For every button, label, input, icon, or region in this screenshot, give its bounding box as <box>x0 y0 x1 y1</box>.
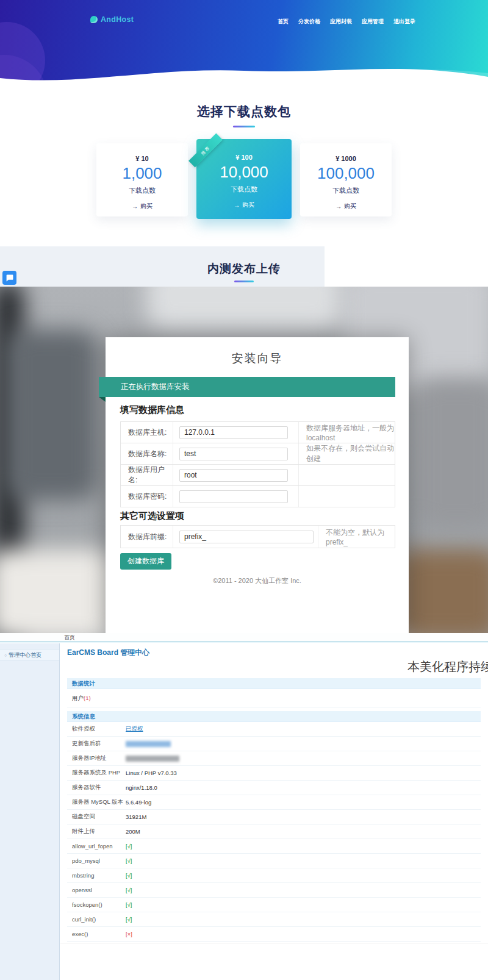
table-row: 附件上传200M <box>67 824 481 839</box>
field-label: 数据库前缀: <box>121 532 173 542</box>
form-row: 数据库密码: <box>120 486 395 507</box>
card-price: ¥ 10 <box>135 155 148 162</box>
user-count: (1) <box>84 695 91 701</box>
redacted-value <box>126 741 171 747</box>
divider <box>60 943 488 943</box>
field-hint: 数据库服务器地址，一般为 localhost <box>298 422 396 443</box>
pricing-card: ¥ 1000100,000下载点数→购买 <box>300 143 392 216</box>
sidebar-item-admin-home[interactable]: ○管理中心首页 <box>0 649 59 661</box>
install-wizard-modal: 安装向导 正在执行数据库安装 填写数据库信息 数据库主机:数据库服务器地址，一般… <box>106 337 409 633</box>
chat-icon <box>5 274 13 282</box>
table-row: 服务器IP地址 <box>67 751 481 766</box>
nav-item[interactable]: 应用封装 <box>330 18 352 26</box>
admin-heading: EarCMS Board 管理中心 <box>67 648 149 658</box>
sidebar-item-label: 管理中心首页 <box>9 652 41 658</box>
nav-item[interactable]: 首页 <box>278 18 289 26</box>
create-database-button[interactable]: 创建数据库 <box>120 553 171 570</box>
db-prefix-input[interactable] <box>179 531 314 543</box>
table-row: openssl[√] <box>67 883 481 898</box>
nav-item[interactable]: 分发价格 <box>298 18 320 26</box>
table-row: 软件授权已授权 <box>67 722 481 737</box>
field-hint <box>298 486 396 507</box>
card-unit-label: 下载点数 <box>231 185 257 194</box>
table-row: 更新售后群 <box>67 737 481 751</box>
input-cell <box>173 465 298 485</box>
check-pass-value: [√] <box>126 872 481 879</box>
status-banner: 正在执行数据库安装 <box>99 377 395 397</box>
field-hint: 不能为空，默认为prefix_ <box>318 526 396 548</box>
pricing-card: 推荐¥ 10010,000下载点数→购买 <box>196 139 292 219</box>
row-value: 5.6.49-log <box>126 799 481 806</box>
field-label: 数据库用户名: <box>121 465 173 485</box>
row-label: mbstring <box>72 872 126 879</box>
db-name-input[interactable] <box>179 448 288 460</box>
ribbon-fold <box>99 397 106 402</box>
table-row: 服务器软件nginx/1.18.0 <box>67 781 481 795</box>
title-underline <box>233 126 255 127</box>
buy-button[interactable]: →购买 <box>234 201 254 209</box>
row-value: Linux / PHP v7.0.33 <box>126 770 481 776</box>
nav-item[interactable]: 应用管理 <box>362 18 384 26</box>
breadcrumb-home[interactable]: 首页 <box>64 634 75 640</box>
license-status-link[interactable]: 已授权 <box>126 725 481 733</box>
row-label: 服务器系统及 PHP <box>72 769 126 777</box>
pricing-card: ¥ 101,000下载点数→购买 <box>96 143 188 216</box>
card-price: ¥ 100 <box>235 154 253 161</box>
logo-icon <box>90 16 98 23</box>
promo-banner-text: 本美化程序持续更 <box>407 659 488 675</box>
row-value: 200M <box>126 828 481 835</box>
table-row: pdo_mysql[√] <box>67 854 481 868</box>
user-count-row: 用户(1) <box>67 689 481 707</box>
row-label: fsockopen() <box>72 901 126 908</box>
logo[interactable]: AndHost <box>90 15 134 24</box>
row-label: 软件授权 <box>72 725 126 733</box>
input-cell <box>173 422 298 443</box>
table-row: mbstring[√] <box>67 868 481 883</box>
field-label: 数据库名称: <box>121 449 173 459</box>
beta-title: 内测发布上传 <box>0 261 488 277</box>
buy-label: 购买 <box>140 202 152 210</box>
db-host-input[interactable] <box>179 426 288 439</box>
db-user-input[interactable] <box>179 469 288 482</box>
title-underline <box>234 281 254 282</box>
row-label: 服务器 MySQL 版本 <box>72 798 126 806</box>
card-unit-label: 下载点数 <box>129 186 156 195</box>
field-label: 数据库密码: <box>121 492 173 502</box>
row-label: 服务器软件 <box>72 784 126 792</box>
stats-section-header: 数据统计 <box>67 678 481 689</box>
form-row: 数据库前缀:不能为空，默认为prefix_ <box>120 525 395 548</box>
field-hint: 如果不存在，则会尝试自动创建 <box>298 443 396 464</box>
table-row: fsockopen()[√] <box>67 898 481 912</box>
nav-item[interactable]: 退出登录 <box>393 18 415 26</box>
form-row: 数据库用户名: <box>120 465 395 486</box>
table-row: exec()[×] <box>67 927 481 942</box>
row-label: pdo_mysql <box>72 857 126 864</box>
check-pass-value: [√] <box>126 857 481 864</box>
card-points: 10,000 <box>220 163 268 182</box>
sysinfo-section-header: 系统信息 <box>67 711 481 722</box>
table-row: 磁盘空间31921M <box>67 810 481 824</box>
pricing-title: 选择下载点数包 <box>0 103 488 120</box>
card-points: 100,000 <box>317 164 375 183</box>
site-header: AndHost 首页分发价格应用封装应用管理退出登录 <box>0 0 488 88</box>
field-hint <box>298 465 396 485</box>
table-row: curl_init()[√] <box>67 912 481 927</box>
page: AndHost 首页分发价格应用封装应用管理退出登录 选择下载点数包 ¥ 101… <box>0 0 488 980</box>
chat-widget-button[interactable] <box>2 271 16 285</box>
card-points: 1,000 <box>122 164 162 183</box>
row-label: exec() <box>72 931 126 937</box>
buy-button[interactable]: →购买 <box>336 202 356 210</box>
row-label: openssl <box>72 887 126 893</box>
check-pass-value: [√] <box>126 901 481 908</box>
buy-button[interactable]: →购买 <box>132 202 152 210</box>
optional-section-heading: 其它可选设置项 <box>120 510 184 522</box>
db-section-heading: 填写数据库信息 <box>120 404 184 416</box>
row-label: 磁盘空间 <box>72 813 126 821</box>
install-wizard-overlay: 安装向导 正在执行数据库安装 填写数据库信息 数据库主机:数据库服务器地址，一般… <box>0 287 488 633</box>
form-row: 数据库名称:如果不存在，则会尝试自动创建 <box>120 443 395 465</box>
row-label: 更新售后群 <box>72 740 126 748</box>
logo-text: AndHost <box>101 15 134 24</box>
field-label: 数据库主机: <box>121 427 173 438</box>
input-cell <box>173 486 298 507</box>
db-pass-input[interactable] <box>179 490 288 503</box>
